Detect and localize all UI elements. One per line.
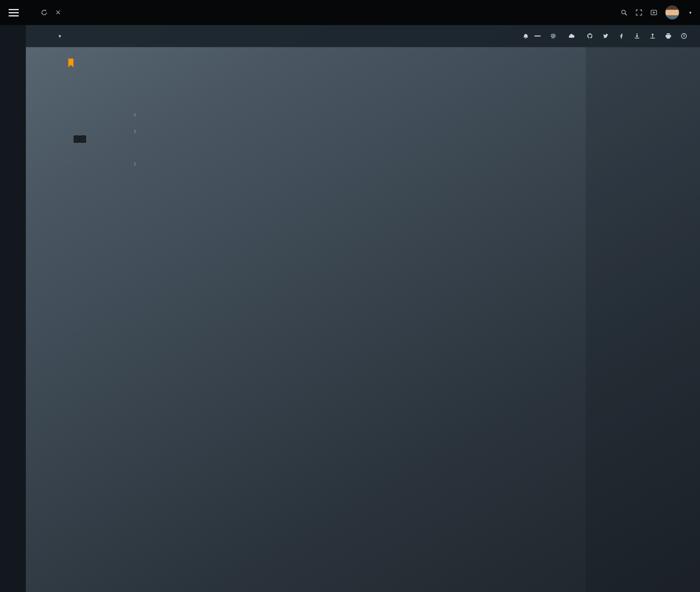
netdata-navbar: ▾ (26, 25, 700, 47)
menu-icon[interactable] (9, 9, 19, 16)
upload-icon[interactable] (649, 33, 656, 39)
chart-legend[interactable]: ↕ (74, 117, 136, 121)
github-icon[interactable] (587, 33, 593, 39)
netdata-menu (586, 47, 700, 592)
netdata-page: ▾ (26, 25, 700, 592)
resize-icon[interactable]: ↕ (134, 128, 136, 134)
tabs-icon[interactable] (650, 9, 657, 16)
chart-legend[interactable]: ↕ (74, 100, 136, 104)
avatar[interactable] (665, 5, 679, 20)
settings-button[interactable] (550, 33, 559, 39)
close-icon[interactable]: × (56, 8, 61, 17)
cpu-chart: ↕ (74, 100, 586, 104)
chart-legend[interactable]: ↕ (74, 149, 136, 153)
print-icon[interactable] (665, 33, 671, 39)
alarms-button[interactable] (523, 33, 541, 39)
chevron-down-icon: ▾ (59, 34, 61, 39)
main-content: ↕ ↕ (26, 47, 586, 592)
load-chart: ↕ (74, 117, 586, 121)
help-button[interactable]: ? (681, 33, 690, 39)
fullscreen-icon[interactable] (635, 9, 642, 16)
disk-description-2 (74, 134, 581, 143)
alarms-count-badge (534, 36, 541, 36)
twitter-icon[interactable] (603, 33, 609, 39)
update-button[interactable] (568, 33, 577, 39)
code-sys-devices (80, 135, 86, 143)
code-sys-block (74, 135, 80, 143)
chevron-down-icon: ▾ (689, 10, 691, 15)
search-icon[interactable] (621, 9, 628, 16)
server-dropdown[interactable]: ▾ (56, 34, 61, 39)
topbar: × ▾ (0, 0, 700, 25)
download-icon[interactable] (634, 33, 640, 39)
app-sidebar (0, 25, 26, 592)
refresh-icon[interactable] (41, 9, 48, 16)
pgpgio-chart (74, 160, 586, 164)
svg-text:?: ? (683, 34, 685, 38)
facebook-icon[interactable] (618, 33, 624, 39)
bookmark-icon (66, 57, 76, 70)
chart-legend[interactable] (74, 160, 136, 164)
user-menu[interactable]: ▾ (687, 10, 691, 15)
disk-chart: ↕ (74, 149, 586, 153)
